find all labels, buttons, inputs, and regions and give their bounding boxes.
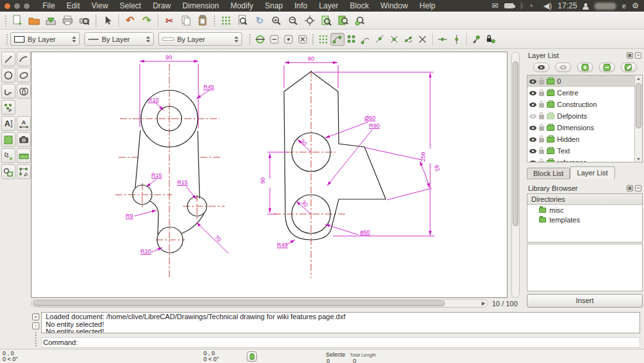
directory-item-misc[interactable]: misc xyxy=(527,205,642,215)
zoom-pan-button[interactable] xyxy=(352,13,368,28)
snap-grid-button[interactable] xyxy=(345,33,359,46)
lock-icon[interactable] xyxy=(539,92,544,96)
mail-icon[interactable]: ✉ xyxy=(492,1,498,10)
lock-icon[interactable] xyxy=(539,115,544,119)
layer-row[interactable]: reference xyxy=(527,157,642,162)
menu-window[interactable]: Window xyxy=(375,0,414,12)
save-button[interactable] xyxy=(43,13,59,28)
menu-draw[interactable]: Draw xyxy=(147,0,176,12)
bluetooth-icon[interactable]: ᛒ xyxy=(520,1,524,10)
circle-tool-button[interactable] xyxy=(1,68,15,83)
dot-options-button[interactable] xyxy=(281,33,296,46)
arc-tool-button[interactable] xyxy=(17,52,31,66)
spline-tool-button[interactable] xyxy=(17,84,31,99)
minimize-window-button[interactable] xyxy=(14,3,21,10)
linetype-combo[interactable]: By Layer xyxy=(84,32,154,46)
toolbar-handle[interactable] xyxy=(312,34,314,45)
snap-distance-button[interactable] xyxy=(401,33,415,46)
lock-icon[interactable] xyxy=(539,161,544,162)
spinner-icon[interactable] xyxy=(146,36,150,43)
mouse-hint-button[interactable] xyxy=(247,351,257,362)
print-icon[interactable] xyxy=(547,160,554,163)
lock-icon[interactable] xyxy=(539,138,544,142)
paste-button[interactable] xyxy=(194,13,211,28)
layer-visible-icon[interactable] xyxy=(529,161,536,163)
layer-visible-icon[interactable] xyxy=(529,91,536,95)
text-tool-button[interactable]: A xyxy=(1,116,15,131)
set-relative-zero-button[interactable] xyxy=(469,33,484,46)
linewidth-combo[interactable]: By Layer xyxy=(158,32,242,46)
add-layer-button[interactable] xyxy=(577,63,593,72)
undo-button[interactable]: ↶ xyxy=(122,13,138,28)
polyline-tool-button[interactable] xyxy=(1,84,15,99)
image-tool-button[interactable] xyxy=(17,132,31,147)
float-panel-icon[interactable]: ▣ xyxy=(627,185,633,191)
clock[interactable]: 17:25 xyxy=(558,1,577,10)
command-drag-handle[interactable] xyxy=(35,331,37,339)
lock-relative-zero-button[interactable] xyxy=(484,33,498,46)
menu-snap[interactable]: Snap xyxy=(259,0,289,12)
cut-button[interactable]: ✂ xyxy=(161,13,178,28)
scroll-thumb[interactable] xyxy=(636,83,641,128)
menu-select[interactable]: Select xyxy=(114,0,147,12)
print-icon[interactable] xyxy=(547,137,554,142)
grid-snap-button[interactable] xyxy=(316,33,330,46)
horizontal-scrollbar[interactable]: ▶ xyxy=(31,299,488,308)
layer-row[interactable]: Hidden xyxy=(527,133,642,145)
layer-row[interactable]: Text xyxy=(527,145,642,157)
layer-visible-icon[interactable] xyxy=(529,149,536,153)
menu-modify[interactable]: Modify xyxy=(225,0,259,12)
spinner-icon[interactable] xyxy=(234,36,238,43)
print-icon[interactable] xyxy=(547,113,554,119)
battery-icon[interactable] xyxy=(504,3,514,8)
toolbar-handle[interactable] xyxy=(95,15,97,26)
directory-item-templates[interactable]: templates xyxy=(527,215,642,224)
float-panel-icon[interactable]: ▣ xyxy=(627,52,633,59)
snap-free-button[interactable] xyxy=(330,33,345,46)
command-input[interactable] xyxy=(80,338,639,346)
lock-icon[interactable] xyxy=(539,103,544,108)
zoom-previous-button[interactable] xyxy=(318,13,335,28)
new-document-button[interactable]: + xyxy=(9,13,26,28)
snap-intersection-button[interactable] xyxy=(415,33,430,46)
lock-icon[interactable] xyxy=(539,126,544,131)
explode-tool-button[interactable] xyxy=(17,164,31,179)
hide-all-layers-button[interactable] xyxy=(555,63,571,72)
spinner-icon[interactable] xyxy=(72,36,76,43)
maximize-window-button[interactable] xyxy=(23,3,30,10)
hscroll-thumb[interactable] xyxy=(33,300,445,306)
edit-layer-button[interactable] xyxy=(621,63,637,72)
command-line-handle[interactable] xyxy=(35,339,37,347)
zoom-auto-button[interactable] xyxy=(301,13,318,28)
print-icon[interactable] xyxy=(547,79,554,84)
color-combo[interactable]: By Layer xyxy=(10,32,80,46)
menu-file[interactable]: File xyxy=(37,0,61,12)
scroll-down-arrow[interactable]: ▼ xyxy=(636,157,641,161)
layer-row[interactable]: Defpoints xyxy=(527,110,642,122)
gear-icon[interactable]: ⚙ xyxy=(632,1,639,10)
pen-toggle-button[interactable] xyxy=(253,33,267,46)
ellipse-tool-button[interactable] xyxy=(17,68,31,83)
menu-edit[interactable]: Edit xyxy=(61,0,86,12)
layer-row[interactable]: 0 xyxy=(527,75,642,87)
zoom-in-button[interactable]: + xyxy=(268,13,285,28)
layer-visible-icon[interactable] xyxy=(529,126,536,130)
redraw-button[interactable]: ↻ xyxy=(251,13,268,28)
points-tool-button[interactable] xyxy=(1,100,15,115)
redo-button[interactable]: ↷ xyxy=(138,13,155,28)
print-icon[interactable] xyxy=(547,90,554,96)
layer-visible-icon[interactable] xyxy=(529,137,536,142)
zoom-page-button[interactable] xyxy=(234,13,251,28)
close-panel-icon[interactable]: × xyxy=(635,52,641,59)
layer-row[interactable]: Dimensions xyxy=(527,122,642,133)
select-tool-button[interactable] xyxy=(1,148,15,163)
command-history[interactable]: Loaded document: /home/clive/LibreCAD/Dr… xyxy=(41,312,640,333)
layer-row[interactable]: Construction xyxy=(527,99,642,110)
toolbar-handle[interactable] xyxy=(5,15,7,26)
menu-dimension[interactable]: Dimension xyxy=(176,0,225,12)
snap-entity-button[interactable] xyxy=(373,33,387,46)
hide-options-button[interactable] xyxy=(267,33,281,46)
restrict-vertical-button[interactable] xyxy=(450,33,464,46)
hatch-tool-button[interactable] xyxy=(1,132,15,147)
vertical-scrollbar[interactable] xyxy=(511,52,520,298)
